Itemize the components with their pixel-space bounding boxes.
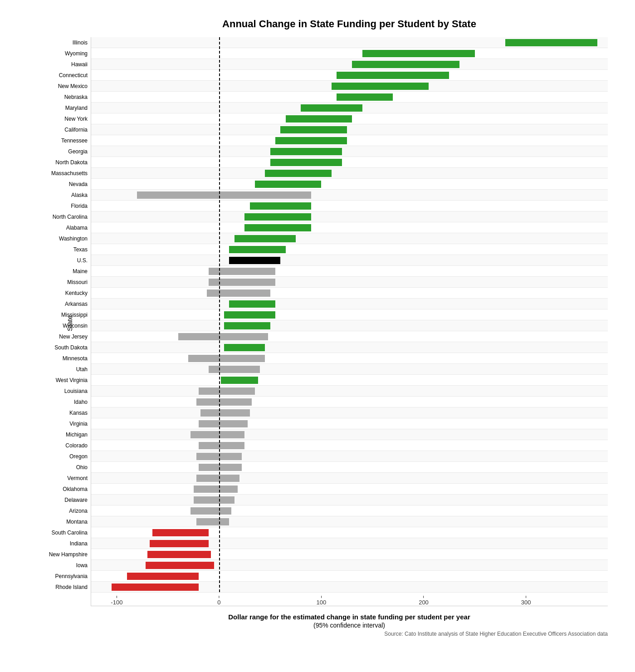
state-row: Texas <box>91 244 608 255</box>
state-label: Maryland <box>24 105 88 111</box>
state-row: Illinois <box>91 37 608 48</box>
state-row: Colorado <box>91 440 608 451</box>
state-row: Connecticut <box>91 70 608 81</box>
state-row: North Dakota <box>91 157 608 168</box>
state-label: New York <box>24 116 88 122</box>
chart-title: Annual Change in State Funding per Stude… <box>91 18 608 30</box>
bar <box>244 224 311 231</box>
x-tick-line <box>219 596 219 598</box>
bar <box>270 159 342 166</box>
state-label: Michigan <box>24 432 88 438</box>
x-tick-line <box>526 596 526 598</box>
state-row: South Carolina <box>91 527 608 538</box>
state-row: South Dakota <box>91 342 608 353</box>
state-label: Arkansas <box>24 301 88 307</box>
state-row: Kentucky <box>91 288 608 299</box>
x-axis: -1000100200300 <box>91 592 608 606</box>
state-label: Virginia <box>24 421 88 427</box>
state-label: New Mexico <box>24 83 88 89</box>
bar <box>199 420 248 427</box>
state-label: Hawaii <box>24 61 88 68</box>
bar <box>137 191 311 199</box>
state-label: Louisiana <box>24 388 88 394</box>
state-row: Indiana <box>91 538 608 549</box>
state-row: Wyoming <box>91 48 608 59</box>
bar <box>270 148 342 155</box>
state-label: Oklahoma <box>24 486 88 492</box>
state-label: Minnesota <box>24 355 88 362</box>
chart-area: State IllinoisWyomingHawaiiConnecticutNe… <box>91 37 608 609</box>
state-row: Montana <box>91 516 608 527</box>
state-label: Washington <box>24 235 88 242</box>
state-label: Rhode Island <box>24 584 88 590</box>
state-row: Washington <box>91 233 608 244</box>
bar <box>234 235 296 242</box>
x-tick: 300 <box>521 596 531 606</box>
state-row: Ohio <box>91 462 608 473</box>
bar <box>286 115 352 123</box>
state-label: Tennessee <box>24 137 88 144</box>
bar <box>255 181 322 188</box>
bar <box>229 257 280 264</box>
state-label: Nevada <box>24 181 88 187</box>
bar <box>196 518 229 525</box>
state-label: Montana <box>24 519 88 525</box>
bar <box>221 377 258 384</box>
state-label: Mississippi <box>24 312 88 318</box>
state-label: Ohio <box>24 464 88 471</box>
bar <box>178 333 268 340</box>
state-label: Georgia <box>24 148 88 155</box>
state-label: Wyoming <box>24 50 88 57</box>
state-row: Hawaii <box>91 59 608 70</box>
state-row: Oregon <box>91 451 608 462</box>
state-label: Kentucky <box>24 290 88 296</box>
x-tick-label: 200 <box>419 599 429 606</box>
bar <box>229 246 285 253</box>
bar <box>224 322 270 329</box>
bar <box>362 50 475 57</box>
state-row: Virginia <box>91 418 608 429</box>
state-label: Pennsylvania <box>24 573 88 579</box>
state-rows: IllinoisWyomingHawaiiConnecticutNew Mexi… <box>91 37 608 593</box>
state-label: Iowa <box>24 562 88 569</box>
x-tick: 100 <box>317 596 327 606</box>
bar <box>301 104 362 112</box>
state-label: Kansas <box>24 410 88 416</box>
bar <box>194 496 234 504</box>
state-row: Nevada <box>91 179 608 190</box>
bar <box>112 584 199 591</box>
state-row: New Mexico <box>91 81 608 92</box>
x-tick-line <box>321 596 322 598</box>
x-tick: 0 <box>217 596 220 606</box>
state-label: Texas <box>24 246 88 253</box>
bar <box>150 540 209 547</box>
state-row: Pennsylvania <box>91 571 608 582</box>
plot-area: IllinoisWyomingHawaiiConnecticutNew Mexi… <box>91 37 608 606</box>
state-row: Oklahoma <box>91 484 608 495</box>
state-label: Idaho <box>24 399 88 405</box>
bar <box>229 300 275 308</box>
x-axis-sublabel: (95% confidence interval) <box>91 622 608 629</box>
bar <box>265 170 332 177</box>
state-label: Florida <box>24 203 88 209</box>
state-row: Arkansas <box>91 299 608 309</box>
x-tick: -100 <box>111 596 122 606</box>
state-label: South Dakota <box>24 344 88 351</box>
bar <box>209 366 260 373</box>
state-label: West Virginia <box>24 377 88 383</box>
bar <box>152 529 209 536</box>
state-row: Delaware <box>91 495 608 505</box>
state-label: Alaska <box>24 192 88 198</box>
bar <box>244 213 311 221</box>
bar <box>337 93 393 101</box>
state-label: Utah <box>24 366 88 373</box>
state-label: Maine <box>24 268 88 275</box>
state-row: Tennessee <box>91 135 608 146</box>
bar <box>147 551 211 558</box>
state-row: Maryland <box>91 103 608 113</box>
bar <box>352 61 459 68</box>
state-label: New Jersey <box>24 334 88 340</box>
bar <box>199 388 255 395</box>
x-tick-label: 0 <box>217 599 220 606</box>
bar <box>127 573 199 580</box>
